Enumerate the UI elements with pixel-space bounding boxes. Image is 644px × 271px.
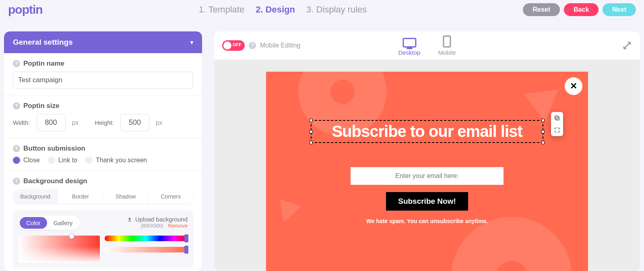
upload-icon: [126, 217, 133, 222]
step-template[interactable]: 1. Template: [199, 4, 244, 15]
back-button[interactable]: Back: [564, 3, 599, 16]
section-background-design: ? Background design Background Border Sh…: [4, 171, 202, 271]
help-icon[interactable]: ?: [13, 60, 20, 67]
resize-handle[interactable]: [541, 141, 545, 144]
close-icon: ✕: [570, 81, 577, 91]
help-icon[interactable]: ?: [249, 42, 256, 49]
color-picker: [19, 236, 188, 263]
toggle-off-label: OFF: [233, 42, 242, 47]
desktop-icon: [402, 38, 416, 48]
color-gallery-toggle: Color Gallery: [19, 216, 80, 230]
expand-icon: [554, 127, 560, 133]
device-tab-mobile[interactable]: Mobile: [438, 35, 456, 56]
copy-icon: [554, 115, 560, 121]
canvas-area: OFF ? Mobile Editing Desktop Mobile: [214, 31, 640, 271]
mobile-editing-label: Mobile Editing: [260, 42, 301, 49]
step-design[interactable]: 2. Design: [256, 4, 295, 15]
help-icon[interactable]: ?: [13, 102, 20, 110]
section-button-submission: ? Button submission Close Link to Thank …: [4, 138, 202, 171]
help-icon[interactable]: ?: [13, 145, 20, 152]
svg-rect-0: [556, 117, 559, 120]
element-tools: [551, 112, 563, 136]
toggle-gallery[interactable]: Gallery: [47, 217, 79, 229]
resize-handle[interactable]: [310, 141, 313, 144]
remove-background-link[interactable]: Remove: [168, 223, 188, 229]
canvas-toolbar: OFF ? Mobile Editing Desktop Mobile: [214, 31, 640, 60]
next-button[interactable]: Next: [603, 3, 636, 16]
upload-background-button[interactable]: Upload background: [126, 216, 188, 223]
logo: poptin: [8, 3, 43, 17]
device-tab-desktop[interactable]: Desktop: [398, 38, 420, 56]
subscribe-button[interactable]: Subscribe Now!: [386, 192, 468, 211]
radio-thank-you[interactable]: Thank you screen: [85, 157, 147, 164]
tab-background[interactable]: Background: [13, 189, 58, 204]
background-design-label: Background design: [23, 177, 87, 185]
height-label: Height:: [95, 119, 114, 126]
radio-dot-icon: [48, 157, 55, 164]
alpha-handle[interactable]: [184, 246, 188, 254]
bg-shape: [451, 217, 572, 271]
top-bar: poptin 1. Template 2. Design 3. Display …: [0, 0, 644, 19]
disclaimer-text: We hate spam. You can unsubscribe anytim…: [366, 218, 488, 224]
toggle-color[interactable]: Color: [20, 217, 47, 229]
alpha-slider[interactable]: [105, 247, 188, 252]
radio-close[interactable]: Close: [13, 157, 40, 164]
main: General settings ▾ ? Poptin name ? Popti…: [0, 19, 644, 271]
hue-handle[interactable]: [184, 234, 188, 242]
poptin-size-label: Poptin size: [23, 102, 60, 110]
mobile-icon: [443, 35, 451, 48]
settings-sidebar: General settings ▾ ? Poptin name ? Popti…: [4, 31, 202, 271]
button-submission-label: Button submission: [23, 145, 85, 153]
mobile-editing-toggle[interactable]: OFF: [222, 40, 245, 51]
resize-handle[interactable]: [310, 130, 313, 133]
radio-dot-icon: [13, 157, 20, 164]
tab-corners[interactable]: Corners: [149, 189, 193, 204]
popup-close-button[interactable]: ✕: [565, 77, 582, 95]
section-poptin-name: ? Poptin name: [4, 53, 202, 95]
reset-button[interactable]: Reset: [523, 3, 560, 16]
svg-rect-1: [555, 116, 558, 119]
chevron-down-icon: ▾: [190, 39, 193, 46]
duplicate-button[interactable]: [551, 112, 563, 124]
bg-design-tabs: Background Border Shadow Corners: [13, 189, 193, 204]
radio-link-to[interactable]: Link to: [48, 157, 77, 164]
tab-shadow[interactable]: Shadow: [103, 189, 149, 204]
poptin-name-input[interactable]: [13, 72, 193, 89]
radio-dot-icon: [85, 157, 93, 164]
fullscreen-button[interactable]: [551, 124, 563, 136]
width-label: Width:: [13, 119, 30, 126]
tab-border[interactable]: Border: [58, 189, 103, 204]
headline-selection[interactable]: Subscribe to our email list: [311, 120, 543, 143]
general-settings-header[interactable]: General settings ▾: [4, 31, 202, 53]
poptin-name-label: Poptin name: [23, 60, 64, 68]
resize-handle[interactable]: [541, 130, 545, 133]
popup-preview[interactable]: ✕ Subscribe to our email list: [266, 72, 588, 271]
hue-slider[interactable]: [105, 236, 188, 241]
email-input[interactable]: [351, 167, 504, 185]
toggle-knob: [223, 41, 231, 50]
popup-headline[interactable]: Subscribe to our email list: [332, 122, 522, 141]
bg-panel: Color Gallery Upload background (800X500…: [13, 210, 193, 269]
general-settings-title: General settings: [13, 38, 73, 47]
section-poptin-size: ? Poptin size Width: px Height: px: [4, 95, 202, 138]
canvas-stage: ✕ Subscribe to our email list: [214, 60, 640, 271]
resize-handle[interactable]: [310, 119, 313, 122]
resize-handle[interactable]: [541, 119, 545, 122]
saturation-handle[interactable]: [69, 234, 74, 239]
wizard-steps: 1. Template 2. Design 3. Display rules: [43, 4, 523, 15]
height-input[interactable]: [120, 114, 149, 131]
help-icon[interactable]: ?: [13, 178, 20, 185]
step-display-rules[interactable]: 3. Display rules: [306, 4, 367, 15]
saturation-box[interactable]: [19, 236, 100, 263]
device-tabs: Desktop Mobile: [398, 35, 456, 56]
width-input[interactable]: [37, 114, 66, 131]
width-unit: px: [72, 119, 79, 126]
bg-shape: [270, 191, 302, 222]
expand-icon[interactable]: [622, 41, 632, 50]
upload-dimensions: (800X500): [141, 223, 163, 229]
height-unit: px: [156, 119, 163, 126]
top-buttons: Reset Back Next: [523, 3, 636, 16]
